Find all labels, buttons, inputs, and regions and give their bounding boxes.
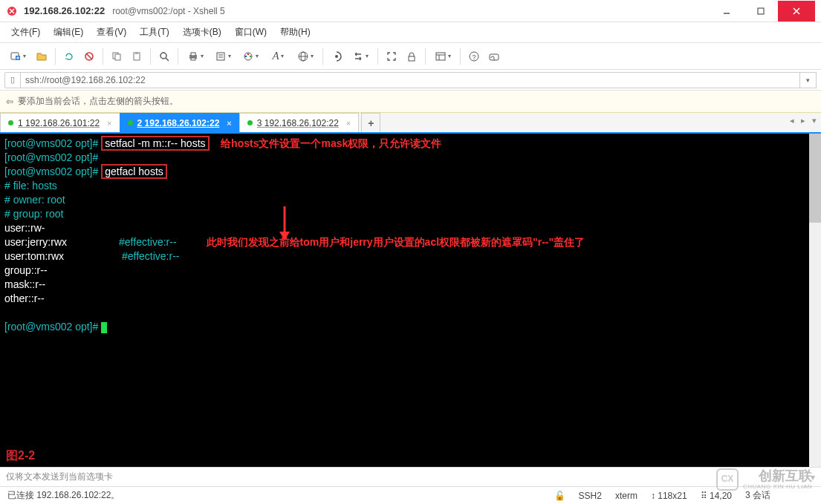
paste-button[interactable]: [127, 46, 146, 67]
status-protocol: SSH2: [579, 491, 602, 501]
send-mode-dropdown[interactable]: ▾: [811, 472, 815, 482]
annotation-2: 此时我们发现之前给tom用户和jerry用户设置的acl权限都被新的遮罩码"r-…: [207, 236, 585, 248]
view-layout-button[interactable]: ▾: [429, 46, 456, 67]
tab-close-icon[interactable]: ×: [107, 119, 111, 128]
address-input[interactable]: ssh://root@192.168.26.102:22: [21, 72, 800, 88]
address-bar: ▯ ssh://root@192.168.26.102:22 ▾: [0, 70, 821, 91]
prompt: [root@vms002 opt]#: [4, 166, 101, 177]
print-button[interactable]: ▾: [182, 46, 209, 67]
cmd-setfacl: setfacl -m m::r-- hosts: [101, 136, 209, 151]
open-session-button[interactable]: [32, 46, 51, 67]
output-line: group::r--: [4, 264, 817, 278]
window-maximize[interactable]: [744, 1, 778, 22]
window-close[interactable]: [778, 1, 815, 22]
svg-rect-32: [436, 53, 445, 60]
menu-window[interactable]: 窗口(W): [228, 24, 273, 41]
svg-text:?: ?: [472, 53, 476, 61]
session-tab-bar: 1 192.168.26.101:22 × 2 192.168.26.102:2…: [0, 113, 821, 134]
font-button[interactable]: A▾: [265, 46, 291, 67]
encoding-button[interactable]: ▾: [292, 46, 319, 67]
hint-bar: ⇦ 要添加当前会话，点击左侧的箭头按钮。: [0, 91, 821, 113]
status-size: ↕ 118x21: [651, 491, 687, 501]
output-line: user:tom:rwx: [4, 250, 122, 262]
disconnect-button[interactable]: [79, 46, 99, 67]
figure-label: 图2-2: [6, 448, 35, 462]
session-tab-3[interactable]: 3 192.168.26.102:22 ×: [239, 113, 360, 132]
annotation-1: 给hosts文件设置一个mask权限，只允许读文件: [221, 137, 441, 149]
app-icon: [6, 5, 18, 17]
color-scheme-button[interactable]: ▾: [237, 46, 264, 67]
send-bar[interactable]: 仅将文本发送到当前选项卡 ▾: [0, 467, 821, 486]
menu-bar: 文件(F) 编辑(E) 查看(V) 工具(T) 选项卡(B) 窗口(W) 帮助(…: [0, 22, 821, 43]
compose-button[interactable]: [484, 46, 504, 67]
menu-tab[interactable]: 选项卡(B): [176, 24, 228, 41]
transfer-button[interactable]: ▾: [347, 46, 374, 67]
svg-rect-31: [409, 56, 415, 61]
output-line: # group: root: [4, 207, 817, 221]
svg-point-25: [250, 55, 252, 57]
new-session-button[interactable]: ▾: [4, 46, 31, 67]
svg-rect-12: [115, 54, 120, 60]
hint-icon[interactable]: ⇦: [6, 96, 13, 107]
output-line: user:jerry:rwx: [4, 236, 119, 248]
menu-view[interactable]: 查看(V): [90, 24, 133, 41]
copy-button[interactable]: [107, 46, 126, 67]
output-line: # file: hosts: [4, 179, 817, 193]
session-tab-2[interactable]: 2 192.168.26.102:22 ×: [120, 113, 240, 132]
help-button[interactable]: ?: [464, 46, 484, 67]
find-button[interactable]: [155, 46, 174, 67]
output-effective: #effective:r--: [122, 250, 180, 262]
tab-add-button[interactable]: +: [361, 113, 380, 132]
session-tab-1[interactable]: 1 192.168.26.101:22 ×: [0, 113, 120, 132]
svg-point-15: [160, 53, 166, 59]
address-dropdown[interactable]: ▾: [800, 72, 817, 88]
output-effective: #effective:r--: [119, 236, 177, 248]
tab-close-icon[interactable]: ×: [227, 119, 231, 128]
svg-rect-19: [191, 58, 195, 60]
svg-rect-20: [217, 53, 224, 60]
prompt: [root@vms002 opt]#: [4, 151, 101, 163]
output-line: # owner: root: [4, 193, 817, 207]
svg-rect-2: [758, 8, 764, 14]
send-bar-placeholder: 仅将文本发送到当前选项卡: [6, 471, 113, 483]
status-term: xterm: [615, 491, 637, 501]
cmd-getfacl: getfacl hosts: [101, 164, 167, 179]
prompt: [root@vms002 opt]#: [4, 321, 101, 333]
tab-label: 1 192.168.26.101:22: [18, 118, 100, 128]
fullscreen-button[interactable]: [382, 46, 401, 67]
svg-point-30: [335, 55, 338, 58]
status-connected: 已连接 192.168.26.102:22。: [7, 489, 120, 502]
tab-label: 2 192.168.26.102:22: [137, 118, 220, 128]
status-dot-icon: [247, 120, 253, 125]
svg-point-26: [245, 55, 247, 57]
lock-button[interactable]: [402, 46, 421, 67]
status-sessions: 3 会话: [745, 489, 770, 502]
title-bar: 192.168.26.102:22 root@vms002:/opt - Xsh…: [0, 0, 821, 22]
status-bar: 已连接 192.168.26.102:22。 🔓 SSH2 xterm ↕ 11…: [0, 486, 821, 504]
tab-close-icon[interactable]: ×: [346, 119, 351, 128]
svg-line-16: [166, 58, 169, 61]
window-minimize[interactable]: [710, 1, 744, 22]
output-line: user::rw-: [4, 221, 817, 235]
terminal[interactable]: [root@vms002 opt]# setfacl -m m::r-- hos…: [0, 134, 821, 467]
xagent-button[interactable]: [327, 46, 346, 67]
status-dot-icon: [8, 120, 13, 125]
properties-button[interactable]: ▾: [210, 46, 236, 67]
menu-help[interactable]: 帮助(H): [273, 24, 317, 41]
output-line: other::r--: [4, 292, 817, 306]
cursor-icon: [101, 322, 107, 333]
menu-file[interactable]: 文件(F): [4, 24, 47, 41]
svg-point-24: [247, 53, 250, 55]
status-cursor: ⠿ 14,20: [701, 491, 732, 501]
address-bookmark-icon[interactable]: ▯: [4, 72, 21, 88]
tab-nav-arrows[interactable]: ◂ ▸ ▾: [790, 116, 817, 125]
window-subtitle: root@vms002:/opt - Xshell 5: [112, 6, 225, 16]
toolbar: ▾ ▾ ▾ ▾ A▾ ▾ ▾ ▾ ?: [0, 43, 821, 70]
svg-rect-18: [191, 53, 195, 56]
output-line: mask::r--: [4, 278, 817, 292]
menu-tools[interactable]: 工具(T): [133, 24, 175, 41]
hint-text: 要添加当前会话，点击左侧的箭头按钮。: [18, 95, 178, 108]
menu-edit[interactable]: 编辑(E): [47, 24, 90, 41]
terminal-scrollbar[interactable]: [809, 134, 821, 467]
reconnect-button[interactable]: [59, 46, 79, 67]
